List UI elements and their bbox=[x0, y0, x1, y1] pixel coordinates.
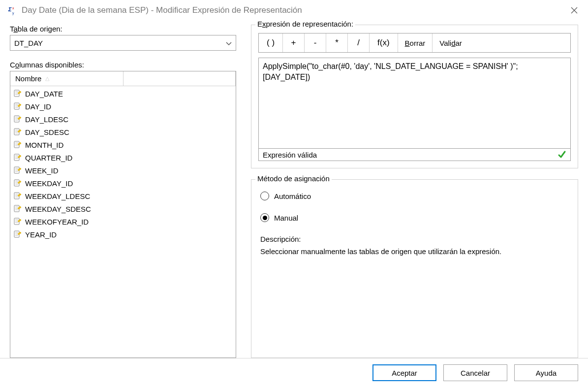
help-button[interactable]: Ayuda bbox=[514, 364, 578, 381]
dialog-footer: Aceptar Cancelar Ayuda bbox=[0, 358, 588, 389]
titlebar: Σ x y Day Date (Dia de la semana ESP) - … bbox=[0, 0, 588, 20]
chevron-down-icon bbox=[226, 39, 232, 47]
cancel-button[interactable]: Cancelar bbox=[443, 364, 507, 381]
columns-body: DAY_DATE DAY_ID DAY_LDESC DAY_SDESC MONT… bbox=[10, 86, 236, 357]
validate-button[interactable]: Validar bbox=[433, 33, 570, 52]
mapping-fieldset: Método de asignación Automático Manual D… bbox=[251, 179, 578, 358]
expression-status: Expresión válida bbox=[259, 148, 570, 161]
list-item[interactable]: WEEKDAY_LDESC bbox=[10, 190, 236, 202]
column-icon bbox=[13, 230, 22, 239]
list-item[interactable]: DAY_ID bbox=[10, 100, 236, 113]
column-name: WEEKDAY_ID bbox=[25, 179, 73, 188]
columns-header-empty[interactable] bbox=[124, 71, 236, 86]
accept-button[interactable]: Aceptar bbox=[372, 364, 436, 381]
left-panel: Tabla de origen: DT_DAY Columnas disponi… bbox=[10, 25, 236, 358]
list-item[interactable]: DAY_LDESC bbox=[10, 113, 236, 126]
column-name: WEEKOFYEAR_ID bbox=[25, 218, 89, 226]
checkmark-icon bbox=[557, 150, 566, 159]
column-icon bbox=[13, 192, 22, 200]
column-name: DAY_ID bbox=[25, 102, 51, 111]
column-icon bbox=[13, 204, 22, 213]
list-item[interactable]: WEEKDAY_SDESC bbox=[10, 202, 236, 215]
source-table-combo[interactable]: DT_DAY bbox=[10, 35, 236, 51]
list-item[interactable]: WEEKDAY_ID bbox=[10, 177, 236, 190]
radio-icon bbox=[260, 213, 269, 222]
column-icon bbox=[13, 217, 22, 226]
mapping-auto-label: Automático bbox=[274, 192, 311, 200]
mapping-desc-label: Descripción: bbox=[260, 235, 569, 243]
mapping-radio-group: Automático Manual Descripción: Seleccion… bbox=[258, 188, 571, 257]
mapping-manual-label: Manual bbox=[274, 214, 298, 222]
radio-icon bbox=[260, 192, 269, 200]
right-panel: Expresión de representación: ( ) + - * /… bbox=[251, 25, 578, 358]
list-item[interactable]: YEAR_ID bbox=[10, 228, 236, 241]
multiply-button[interactable]: * bbox=[326, 33, 348, 52]
dialog-content: Tabla de origen: DT_DAY Columnas disponi… bbox=[0, 20, 588, 358]
list-item[interactable]: QUARTER_ID bbox=[10, 151, 236, 164]
source-table-value: DT_DAY bbox=[14, 39, 226, 47]
plus-button[interactable]: + bbox=[283, 33, 305, 52]
list-item[interactable]: WEEKOFYEAR_ID bbox=[10, 215, 236, 228]
svg-text:x: x bbox=[12, 6, 14, 10]
window-title: Day Date (Dia de la semana ESP) - Modifi… bbox=[22, 5, 566, 15]
columns-listbox: Nombre △ DAY_DATE DAY_ID DAY_LDESC DAY_S… bbox=[10, 71, 236, 358]
column-name: DAY_DATE bbox=[25, 90, 63, 98]
column-name: DAY_LDESC bbox=[25, 115, 68, 124]
fx-button[interactable]: f(x) bbox=[370, 33, 398, 52]
list-item[interactable]: DAY_DATE bbox=[10, 87, 236, 100]
minus-button[interactable]: - bbox=[305, 33, 326, 52]
svg-text:y: y bbox=[12, 11, 14, 15]
column-icon bbox=[13, 128, 22, 136]
column-name: DAY_SDESC bbox=[25, 128, 69, 136]
list-item[interactable]: DAY_SDESC bbox=[10, 126, 236, 138]
divide-button[interactable]: / bbox=[348, 33, 370, 52]
column-icon bbox=[13, 115, 22, 124]
source-table-label: Tabla de origen: bbox=[10, 25, 236, 33]
mapping-legend: Método de asignación bbox=[255, 174, 332, 183]
column-icon bbox=[13, 153, 22, 162]
column-name: YEAR_ID bbox=[25, 230, 57, 239]
expression-area: Expresión válida bbox=[258, 58, 571, 161]
expression-toolbar: ( ) + - * / f(x) Borrar Validar bbox=[258, 33, 571, 53]
mapping-desc-text: Seleccionar manualmente las tablas de or… bbox=[260, 246, 569, 257]
list-item[interactable]: WEEK_ID bbox=[10, 164, 236, 177]
list-item[interactable]: MONTH_ID bbox=[10, 138, 236, 151]
expression-legend: Expresión de representación: bbox=[255, 20, 355, 28]
column-name: WEEKDAY_SDESC bbox=[25, 205, 91, 213]
expression-input[interactable] bbox=[259, 58, 570, 148]
column-name: WEEKDAY_LDESC bbox=[25, 192, 90, 200]
columns-header: Nombre △ bbox=[10, 71, 236, 86]
column-icon bbox=[13, 140, 22, 149]
clear-button[interactable]: Borrar bbox=[398, 33, 433, 52]
mapping-manual-option[interactable]: Manual bbox=[260, 213, 569, 222]
columns-label: Columnas disponibles: bbox=[10, 61, 236, 69]
column-name: QUARTER_ID bbox=[25, 154, 72, 162]
app-icon: Σ x y bbox=[7, 5, 17, 15]
column-icon bbox=[13, 179, 22, 188]
sort-asc-icon: △ bbox=[45, 75, 49, 82]
column-name: WEEK_ID bbox=[25, 166, 59, 175]
column-icon bbox=[13, 89, 22, 98]
parens-button[interactable]: ( ) bbox=[259, 33, 283, 52]
expression-status-text: Expresión válida bbox=[263, 151, 317, 159]
svg-text:Σ: Σ bbox=[8, 6, 12, 12]
mapping-auto-option[interactable]: Automático bbox=[260, 192, 569, 200]
column-name: MONTH_ID bbox=[25, 141, 63, 149]
column-icon bbox=[13, 166, 22, 175]
dialog-window: Σ x y Day Date (Dia de la semana ESP) - … bbox=[0, 0, 588, 389]
expression-fieldset: Expresión de representación: ( ) + - * /… bbox=[251, 25, 578, 168]
columns-header-name[interactable]: Nombre △ bbox=[10, 71, 124, 86]
close-button[interactable] bbox=[566, 2, 582, 18]
column-icon bbox=[13, 102, 22, 111]
